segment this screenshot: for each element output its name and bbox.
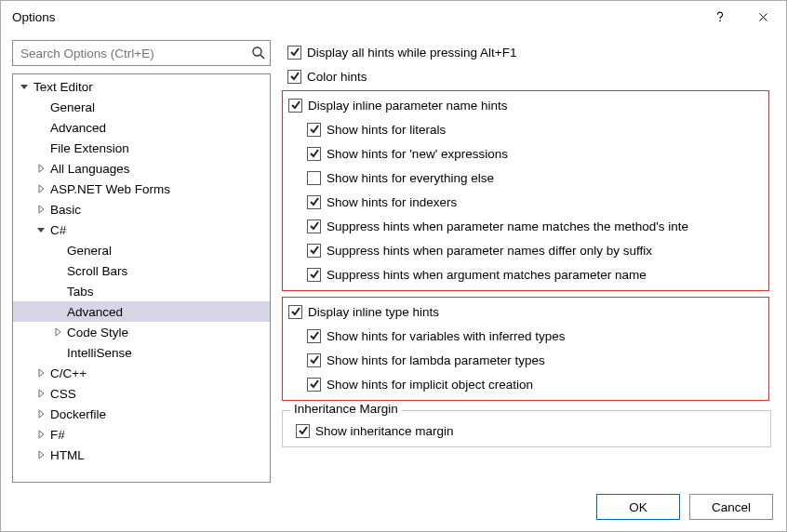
expander-closed-icon[interactable] bbox=[35, 449, 47, 460]
help-icon bbox=[714, 10, 727, 23]
expander-closed-icon[interactable] bbox=[35, 408, 47, 419]
tree-item[interactable]: CSS bbox=[13, 383, 270, 404]
highlight-group-type-hints: Display inline type hintsShow hints for … bbox=[282, 297, 769, 401]
tree-item[interactable]: Tabs bbox=[13, 281, 270, 301]
expander-closed-icon[interactable] bbox=[35, 183, 47, 194]
tree-item[interactable]: All Languages bbox=[13, 158, 270, 179]
tree-item-label: All Languages bbox=[50, 162, 130, 176]
tree-item-label: C# bbox=[50, 223, 66, 237]
tree-item[interactable]: F# bbox=[13, 424, 270, 445]
tree-item-label: Scroll Bars bbox=[67, 264, 127, 278]
close-icon bbox=[757, 11, 769, 23]
option-label: Show hints for lambda parameter types bbox=[327, 353, 545, 367]
tree-item-label: ASP.NET Web Forms bbox=[50, 182, 170, 196]
option-row: Show hints for implicit object creation bbox=[288, 372, 763, 396]
checkbox[interactable] bbox=[307, 123, 321, 137]
svg-point-1 bbox=[253, 47, 261, 56]
tree-scroll[interactable]: Text EditorGeneralAdvancedFile Extension… bbox=[13, 74, 270, 482]
ok-button[interactable]: OK bbox=[596, 494, 680, 520]
option-row: Show hints for 'new' expressions bbox=[288, 141, 763, 166]
tree-item[interactable]: Text Editor bbox=[13, 76, 270, 97]
expander-closed-icon[interactable] bbox=[35, 388, 47, 399]
tree-item[interactable]: Advanced bbox=[13, 301, 270, 322]
checkbox[interactable] bbox=[307, 195, 321, 209]
expander-open-icon[interactable] bbox=[35, 224, 47, 235]
tree-item-label: HTML bbox=[50, 448, 85, 462]
left-column: Text EditorGeneralAdvancedFile Extension… bbox=[12, 40, 271, 483]
search-input[interactable] bbox=[19, 46, 251, 61]
tree-item[interactable]: C# bbox=[13, 219, 270, 240]
tree-item-label: Text Editor bbox=[33, 80, 93, 94]
option-label: Display inline parameter name hints bbox=[308, 99, 508, 113]
checkbox[interactable] bbox=[288, 99, 302, 113]
section-title: Inheritance Margin bbox=[290, 402, 402, 416]
expander-open-icon[interactable] bbox=[19, 81, 30, 92]
option-row: Show hints for indexers bbox=[288, 190, 763, 214]
tree-item[interactable]: File Extension bbox=[13, 138, 270, 158]
tree-item-label: Advanced bbox=[67, 305, 123, 319]
option-row: Show inheritance margin bbox=[290, 419, 763, 443]
tree-item-label: CSS bbox=[50, 387, 76, 401]
option-row: Show hints for lambda parameter types bbox=[288, 348, 763, 372]
highlight-group-param-hints: Display inline parameter name hintsShow … bbox=[282, 90, 769, 291]
option-row: Display inline parameter name hints bbox=[288, 93, 763, 117]
option-label: Show hints for 'new' expressions bbox=[327, 147, 508, 161]
expander-closed-icon[interactable] bbox=[35, 367, 47, 379]
checkbox[interactable] bbox=[307, 329, 321, 343]
tree-item[interactable]: Advanced bbox=[13, 117, 270, 138]
tree-item[interactable]: Dockerfile bbox=[13, 404, 270, 424]
tree-item-label: Tabs bbox=[67, 285, 94, 299]
content-area: Text EditorGeneralAdvancedFile Extension… bbox=[1, 33, 786, 483]
checkbox[interactable] bbox=[287, 70, 301, 84]
tree-item[interactable]: General bbox=[13, 240, 270, 260]
close-button[interactable] bbox=[741, 1, 784, 33]
checkbox[interactable] bbox=[307, 219, 321, 233]
checkbox[interactable] bbox=[288, 305, 302, 319]
checkbox[interactable] bbox=[307, 147, 321, 161]
tree-item[interactable]: HTML bbox=[13, 445, 270, 465]
tree-item[interactable]: Code Style bbox=[13, 322, 270, 342]
checkbox[interactable] bbox=[287, 46, 301, 60]
tree-item[interactable]: Basic bbox=[13, 199, 270, 219]
option-label: Show hints for implicit object creation bbox=[327, 378, 533, 392]
button-bar: OK Cancel bbox=[1, 483, 786, 531]
expander-closed-icon[interactable] bbox=[35, 429, 47, 440]
tree-item-label: Code Style bbox=[67, 326, 128, 339]
tree-item-label: F# bbox=[50, 428, 65, 442]
tree-item-label: Basic bbox=[50, 203, 81, 217]
tree-item[interactable]: ASP.NET Web Forms bbox=[13, 179, 270, 199]
checkbox[interactable] bbox=[307, 268, 321, 282]
expander-closed-icon[interactable] bbox=[52, 326, 63, 338]
tree-item-label: Dockerfile bbox=[50, 407, 106, 421]
checkbox[interactable] bbox=[307, 171, 321, 185]
option-row: Color hints bbox=[282, 64, 771, 88]
cancel-button[interactable]: Cancel bbox=[689, 494, 773, 520]
tree-item[interactable]: Scroll Bars bbox=[13, 260, 270, 281]
window-title: Options bbox=[12, 10, 699, 24]
option-row: Suppress hints when parameter name match… bbox=[288, 214, 763, 238]
expander-closed-icon[interactable] bbox=[35, 163, 47, 174]
inheritance-margin-group: Inheritance MarginShow inheritance margi… bbox=[282, 410, 771, 447]
category-tree: Text EditorGeneralAdvancedFile Extension… bbox=[12, 73, 271, 483]
search-box[interactable] bbox=[12, 40, 271, 66]
option-label: Suppress hints when argument matches par… bbox=[327, 268, 647, 282]
help-button[interactable] bbox=[699, 1, 741, 33]
expander-closed-icon[interactable] bbox=[35, 204, 47, 215]
checkbox[interactable] bbox=[307, 244, 321, 258]
option-label: Show hints for indexers bbox=[327, 195, 457, 209]
checkbox[interactable] bbox=[307, 378, 321, 392]
option-row: Show hints for variables with inferred t… bbox=[288, 324, 763, 348]
options-scroll[interactable]: Display all hints while pressing Alt+F1C… bbox=[282, 40, 775, 483]
option-label: Show hints for variables with inferred t… bbox=[327, 329, 566, 343]
tree-item[interactable]: General bbox=[13, 97, 270, 117]
checkbox[interactable] bbox=[307, 353, 321, 367]
option-row: Display inline type hints bbox=[288, 299, 763, 324]
tree-item-label: C/C++ bbox=[50, 366, 87, 380]
tree-item-label: File Extension bbox=[50, 141, 129, 155]
tree-item[interactable]: IntelliSense bbox=[13, 342, 270, 363]
checkbox[interactable] bbox=[296, 424, 310, 438]
tree-item[interactable]: C/C++ bbox=[13, 363, 270, 383]
option-label: Color hints bbox=[307, 70, 367, 84]
option-label: Show hints for literals bbox=[327, 123, 446, 137]
options-panel: Display all hints while pressing Alt+F1C… bbox=[282, 40, 775, 483]
